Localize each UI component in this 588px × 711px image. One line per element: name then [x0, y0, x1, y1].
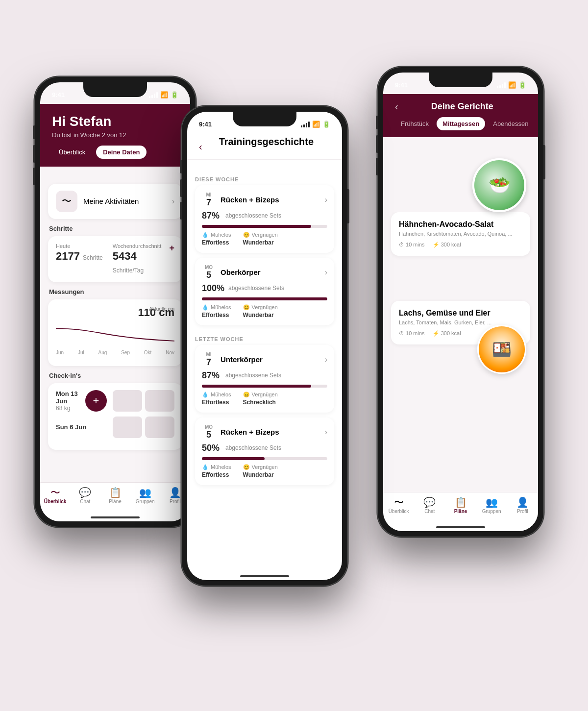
right-back-button[interactable]: ‹	[395, 101, 398, 112]
progress-pct-3: 87%	[202, 370, 221, 381]
feedback-enjoy-val-3: Schrecklich	[243, 399, 278, 406]
ease-icon-1: 💧	[202, 232, 209, 238]
center-wifi-icon: 📶	[312, 121, 320, 128]
meal-tabs: Frühstück Mittagessen Abendessen	[395, 117, 526, 130]
progress-row-3: 87% abgeschlossene Sets	[202, 370, 327, 381]
center-power[interactable]	[347, 189, 349, 223]
left-tab-bar: 〜 Überblick 💬 Chat 📋 Pläne 👥 Gruppen	[40, 482, 190, 521]
progress-bar-bg-2	[202, 297, 327, 300]
progress-bar-fill-3	[202, 385, 311, 388]
battery-icon: 🔋	[171, 91, 178, 98]
placeholder-4	[145, 417, 174, 438]
feedback-ease-val-3: Effortless	[202, 399, 231, 406]
feedback-enjoy-val-1: Wunderbar	[243, 239, 278, 246]
training-chevron-3: ›	[325, 355, 327, 364]
signal-icon	[149, 92, 158, 98]
steps-section-title: Schritte	[48, 225, 182, 232]
plans-tab-label: Pläne	[109, 499, 122, 504]
recipe-ingredients-2: Lachs, Tomaten, Mais, Gurken, Eier, ...	[399, 319, 522, 325]
steps-today: Heute 2177 Schritte	[56, 243, 105, 275]
tab-abendessen[interactable]: Abendessen	[487, 117, 534, 130]
training-card-4[interactable]: MO 5 Rücken + Bizeps › 50% abgeschlossen…	[195, 417, 334, 485]
placeholder-1	[113, 390, 142, 412]
training-card-2[interactable]: MO 5 Oberkörper › 100% abgeschlossene Se…	[195, 258, 334, 325]
tab-fruehstueck[interactable]: Frühstück	[395, 117, 435, 130]
progress-bar-fill-1	[202, 225, 311, 228]
feedback-enjoy-2: 😊 Vergnügen Wunderbar	[243, 304, 278, 319]
center-notch	[233, 112, 296, 126]
left-status-icons: 📶 🔋	[149, 91, 178, 98]
back-button[interactable]: ‹	[199, 141, 202, 152]
training-top-2: MO 5 Oberkörper ›	[202, 265, 327, 280]
feedback-enjoy-label-3: 😠 Vergnügen	[243, 392, 278, 398]
progress-pct-4: 50%	[202, 443, 221, 453]
progress-label-2: abgeschlossene Sets	[228, 285, 284, 292]
tab-chat[interactable]: 💬 Chat	[70, 488, 100, 504]
mute-button[interactable]	[33, 125, 35, 139]
phone-right: 9:41 📶 🔋 ‹	[377, 67, 544, 537]
tab-groups[interactable]: 👥 Gruppen	[130, 488, 160, 504]
recipe-time-2: ⏱ 10 mins	[399, 330, 425, 337]
feedback-ease-val-2: Effortless	[202, 312, 231, 319]
greeting-text: Hi Stefan	[52, 114, 178, 129]
center-battery-icon: 🔋	[322, 121, 330, 128]
activity-card[interactable]: 〜 Meine Aktivitäten ›	[48, 184, 182, 219]
tab-mittagessen[interactable]: Mittagessen	[437, 117, 485, 130]
steps-today-value: 2177 Schritte	[56, 250, 105, 263]
center-screen: 9:41 📶 🔋 ‹	[187, 112, 342, 580]
feedback-ease-val-4: Effortless	[202, 471, 231, 478]
center-volume-down[interactable]	[180, 202, 182, 220]
day-letter-2: MO	[205, 265, 213, 270]
center-mute[interactable]	[180, 160, 182, 173]
left-time: 9:41	[52, 91, 65, 98]
data-pill[interactable]: Deine Daten	[96, 146, 147, 159]
tab-overview[interactable]: 〜 Überblick	[40, 488, 70, 504]
progress-row-4: 50% abgeschlossene Sets	[202, 443, 327, 453]
training-card-1[interactable]: MI 7 Rücken + Bizeps › 87% abgeschlossen…	[195, 185, 334, 253]
right-tab-chat[interactable]: 💬 Chat	[414, 497, 445, 514]
right-volume-up[interactable]	[376, 135, 378, 153]
recipe-time-1: ⏱ 10 mins	[399, 242, 425, 248]
feedback-row-4: 💧 Mühelos Effortless 😊 Vergnügen	[202, 464, 327, 478]
checkin-item-2: Sun 6 Jun	[56, 417, 174, 438]
center-header: ‹ Trainingsgeschichte	[187, 133, 342, 160]
training-card-3[interactable]: MI 7 Unterkörper › 87% abgeschlossene Se…	[195, 345, 334, 413]
recipe-image-2-hero: 🍱	[477, 325, 526, 374]
progress-bar-bg-1	[202, 225, 327, 228]
right-tab-overview[interactable]: 〜 Überblick	[383, 497, 414, 514]
overview-tab-icon: 〜	[50, 488, 60, 497]
right-groups-icon: 👥	[486, 497, 498, 507]
steps-avg-label: Wochendurchschnitt	[113, 243, 162, 249]
this-week-label: DIESE WOCHE	[195, 171, 334, 185]
right-tab-profile[interactable]: 👤 Profil	[507, 497, 538, 514]
steps-add-button[interactable]: +	[170, 243, 175, 275]
progress-pct-2: 100%	[202, 283, 224, 294]
steps-avg: Wochendurchschnitt 5434 Schritte/Tag	[113, 243, 162, 275]
right-mute[interactable]	[376, 116, 378, 129]
feedback-enjoy-4: 😊 Vergnügen Wunderbar	[243, 464, 278, 478]
progress-bar-fill-4	[202, 457, 265, 460]
right-volume-down[interactable]	[376, 158, 378, 175]
measurements-card: Aktuelle cm 110 cm JunJulAugSepOktNov	[48, 299, 182, 366]
volume-up-button[interactable]	[33, 145, 35, 163]
tab-plans[interactable]: 📋 Pläne	[100, 488, 130, 504]
add-checkin-button[interactable]: +	[85, 390, 107, 412]
progress-bar-bg-4	[202, 457, 327, 460]
right-tab-groups[interactable]: 👥 Gruppen	[476, 497, 507, 514]
right-power[interactable]	[543, 145, 545, 179]
feedback-row-3: 💧 Mühelos Effortless 😠 Vergnügen	[202, 392, 327, 406]
feedback-row-1: 💧 Mühelos Effortless 😊 Vergnügen	[202, 232, 327, 246]
right-home-bar	[436, 526, 485, 528]
recipe-cal-1: ⚡ 300 kcal	[433, 242, 461, 248]
enjoy-icon-2: 😊	[243, 304, 250, 311]
right-tab-plans[interactable]: 📋 Pläne	[445, 497, 476, 514]
right-chat-label: Chat	[424, 509, 435, 514]
right-chat-icon: 💬	[423, 497, 436, 507]
training-title: Trainingsgeschichte	[202, 136, 330, 147]
center-volume-up[interactable]	[180, 179, 182, 197]
overview-pill[interactable]: Überblick	[52, 146, 92, 159]
overview-tab-label: Überblick	[44, 499, 67, 504]
right-plans-icon: 📋	[455, 497, 467, 507]
recipe-card-1[interactable]: Hähnchen-Avocado-Salat Hähnchen, Kirscht…	[391, 212, 530, 256]
volume-down-button[interactable]	[33, 168, 35, 185]
